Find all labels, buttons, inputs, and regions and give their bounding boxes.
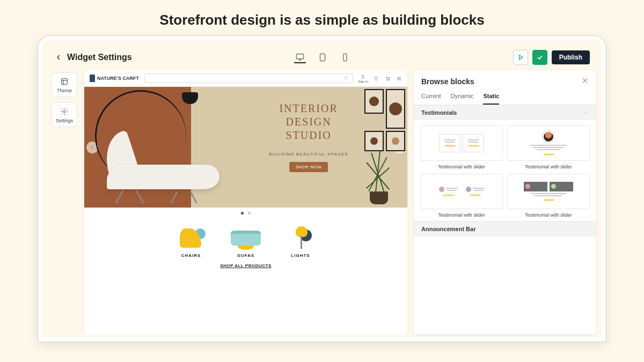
shop-all-link[interactable]: SHOP ALL PRODUCTS — [84, 260, 407, 276]
hero-chaise-graphic — [107, 145, 229, 203]
hero-frames-graphic — [364, 89, 405, 151]
hero-cta-button[interactable]: SHOP NOW — [289, 162, 328, 172]
block-testimonial-2[interactable]: ★★★★★ Testimonial with slider — [507, 125, 590, 169]
viewport-switch — [294, 50, 351, 64]
back-button[interactable]: Widget Settings — [54, 53, 132, 62]
heart-icon[interactable] — [374, 76, 379, 82]
block-testimonial-3[interactable]: ★★★★★ ★★★★★ Testimonial with slider — [420, 174, 503, 218]
settings-tool[interactable]: Settings — [52, 102, 77, 127]
section-testimonials[interactable]: Testimonials — [414, 105, 596, 120]
browse-blocks-panel: Browse blocks Current Dynamic Static Tes… — [414, 70, 596, 334]
store-header: NATURE'S CARFT Sign In — [84, 70, 407, 87]
block-testimonial-4[interactable]: ★★★★★ Testimonial with slider — [507, 174, 590, 218]
editor-tools: Theme Settings — [48, 70, 81, 334]
brand-logo-icon — [90, 75, 95, 82]
settings-label: Settings — [56, 118, 74, 123]
menu-icon[interactable] — [396, 76, 402, 82]
hero-plant-graphic — [370, 191, 388, 204]
search-icon — [343, 76, 349, 81]
svg-rect-3 — [62, 79, 68, 85]
storefront-canvas: NATURE'S CARFT Sign In — [84, 70, 407, 334]
hero-lamp-shade — [182, 92, 198, 104]
category-sofas[interactable]: SOFAS — [230, 225, 261, 258]
svg-point-6 — [362, 75, 364, 77]
preview-button[interactable] — [513, 50, 528, 65]
svg-rect-1 — [320, 54, 325, 61]
svg-point-7 — [387, 80, 387, 80]
section-announcement-bar[interactable]: Announcement Bar — [414, 221, 596, 237]
avatar-icon — [543, 131, 554, 143]
svg-rect-0 — [296, 54, 304, 59]
store-brand[interactable]: NATURE'S CARFT — [90, 75, 139, 82]
brand-name: NATURE'S CARFT — [97, 76, 139, 81]
tab-static[interactable]: Static — [483, 90, 499, 105]
signin-link[interactable]: Sign In — [358, 74, 368, 83]
viewport-mobile[interactable] — [339, 51, 351, 63]
viewport-tablet[interactable] — [317, 51, 328, 63]
viewport-desktop[interactable] — [294, 51, 306, 63]
publish-button[interactable]: Publish — [552, 50, 590, 64]
device-frame: Widget Settings Publish — [38, 36, 606, 342]
block-testimonial-1[interactable]: ★★★★★ ★★★★★ Testimonial with slider — [420, 125, 503, 169]
theme-tool[interactable]: Theme — [52, 72, 77, 97]
category-row: CHAIRS SOFAS LIGHTS — [84, 221, 407, 260]
category-chairs[interactable]: CHAIRS — [175, 225, 207, 258]
panel-close-button[interactable] — [581, 77, 589, 86]
cart-icon[interactable] — [385, 76, 391, 82]
search-input[interactable] — [144, 73, 353, 83]
hero-pagination[interactable] — [84, 208, 407, 221]
tab-current[interactable]: Current — [421, 90, 441, 105]
user-icon — [360, 74, 366, 80]
panel-title: Browse blocks — [421, 77, 474, 86]
tab-dynamic[interactable]: Dynamic — [451, 90, 474, 105]
svg-point-4 — [63, 110, 65, 113]
editor-topbar: Widget Settings Publish — [48, 46, 596, 70]
svg-point-8 — [389, 80, 389, 80]
theme-label: Theme — [57, 88, 72, 93]
topbar-title: Widget Settings — [67, 53, 132, 62]
hero-subtitle: BUILDING BEAUTIFUL SPACES — [269, 152, 348, 157]
save-button[interactable] — [532, 50, 547, 65]
hero-title: INTERIOR DESIGN STUDIO — [269, 102, 348, 142]
chevron-up-icon — [582, 109, 589, 116]
svg-rect-2 — [343, 54, 347, 61]
hero-slider: INTERIOR DESIGN STUDIO BUILDING BEAUTIFU… — [84, 87, 407, 208]
page-headline: Storefront design is as simple as buildi… — [0, 0, 644, 36]
category-lights[interactable]: LIGHTS — [285, 225, 316, 258]
svg-point-5 — [345, 77, 347, 79]
panel-tabs: Current Dynamic Static — [414, 90, 596, 105]
